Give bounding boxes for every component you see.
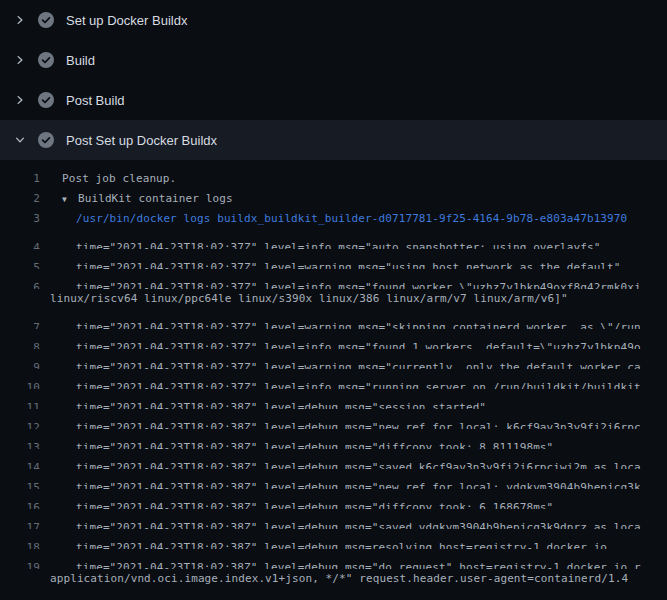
log-row: 10 time="2021-04-23T18:02:37Z" level=inf… [0, 369, 667, 389]
line-number[interactable]: 1 [0, 169, 40, 189]
line-number[interactable]: 14 [0, 458, 40, 469]
step-row-post-build[interactable]: Post Build [0, 80, 667, 120]
chevron-right-icon[interactable] [12, 12, 28, 28]
log-text: time="2021-04-23T18:02:37Z" level=info m… [76, 338, 641, 349]
check-circle-icon [38, 12, 54, 28]
log-text: Post job cleanup. [62, 169, 176, 189]
line-number[interactable]: 19 [0, 558, 40, 569]
line-number[interactable]: 6 [0, 278, 40, 289]
log-text: time="2021-04-23T18:02:38Z" level=debug … [76, 438, 553, 449]
log-row: 13 time="2021-04-23T18:02:38Z" level=deb… [0, 429, 667, 449]
log-row: 11 time="2021-04-23T18:02:38Z" level=deb… [0, 389, 667, 409]
log-command-text: /usr/bin/docker logs buildx_buildkit_bui… [76, 209, 627, 229]
log-text: application/vnd.oci.image.index.v1+json,… [50, 569, 628, 589]
log-text: time="2021-04-23T18:02:38Z" level=debug … [76, 458, 641, 469]
line-number[interactable]: 10 [0, 378, 40, 389]
log-row: 12 time="2021-04-23T18:02:38Z" level=deb… [0, 409, 667, 429]
log-group-collapse-icon[interactable]: ▼ [62, 190, 78, 209]
log-row: 1 Post job cleanup. [0, 169, 667, 189]
log-row: 20 time="2021-04-23T18:02:38Z" level=deb… [0, 589, 667, 600]
line-number[interactable]: 17 [0, 518, 40, 529]
line-number[interactable]: 16 [0, 498, 40, 509]
step-label: Post Set up Docker Buildx [66, 133, 217, 148]
line-number[interactable] [0, 569, 40, 589]
step-label: Post Build [66, 93, 125, 108]
chevron-down-icon[interactable] [12, 132, 28, 148]
line-number[interactable]: 5 [0, 258, 40, 269]
log-row: 16 time="2021-04-23T18:02:38Z" level=deb… [0, 489, 667, 509]
step-label: Build [66, 53, 95, 68]
log-row: 2 ▼BuildKit container logs [0, 189, 667, 209]
line-number[interactable]: 2 [0, 189, 40, 209]
line-number[interactable]: 4 [0, 238, 40, 249]
line-number[interactable]: 9 [0, 358, 40, 369]
check-circle-icon [38, 132, 54, 148]
step-row-build[interactable]: Build [0, 40, 667, 80]
step-row-post-set-up-docker-buildx[interactable]: Post Set up Docker Buildx [0, 120, 667, 160]
log-row: 6 time="2021-04-23T18:02:37Z" level=info… [0, 269, 667, 289]
log-text: time="2021-04-23T18:02:38Z" level=debug … [76, 538, 607, 549]
line-number[interactable]: 8 [0, 338, 40, 349]
line-number[interactable]: 7 [0, 318, 40, 329]
log-text: time="2021-04-23T18:02:38Z" level=debug … [76, 558, 641, 569]
line-number[interactable]: 3 [0, 209, 40, 229]
log-text: time="2021-04-23T18:02:37Z" level=info m… [76, 378, 641, 389]
line-number[interactable]: 12 [0, 418, 40, 429]
log-row: 17 time="2021-04-23T18:02:38Z" level=deb… [0, 509, 667, 529]
log-row: 3 /usr/bin/docker logs buildx_buildkit_b… [0, 209, 667, 229]
log-row: 19 time="2021-04-23T18:02:38Z" level=deb… [0, 549, 667, 569]
step-label: Set up Docker Buildx [66, 13, 187, 28]
check-circle-icon [38, 92, 54, 108]
log-row: 15 time="2021-04-23T18:02:38Z" level=deb… [0, 469, 667, 489]
log-row: 18 time="2021-04-23T18:02:38Z" level=deb… [0, 529, 667, 549]
log-text: ▼BuildKit container logs [62, 189, 233, 209]
line-number[interactable]: 18 [0, 538, 40, 549]
chevron-right-icon[interactable] [12, 52, 28, 68]
log-text: time="2021-04-23T18:02:38Z" level=debug … [76, 478, 641, 489]
log-row: 8 time="2021-04-23T18:02:37Z" level=info… [0, 329, 667, 349]
log-text: time="2021-04-23T18:02:37Z" level=info m… [76, 238, 600, 249]
log-text: time="2021-04-23T18:02:37Z" level=warnin… [76, 358, 641, 369]
workflow-steps-list: Set up Docker Buildx Build Post Build Po… [0, 0, 667, 160]
log-viewer: 1 Post job cleanup. 2 ▼BuildKit containe… [0, 160, 667, 600]
log-row: 4 time="2021-04-23T18:02:37Z" level=info… [0, 229, 667, 249]
log-row: 14 time="2021-04-23T18:02:38Z" level=deb… [0, 449, 667, 469]
log-text: time="2021-04-23T18:02:38Z" level=debug … [76, 518, 641, 529]
log-text: time="2021-04-23T18:02:38Z" level=debug … [76, 418, 641, 429]
line-number[interactable] [0, 289, 40, 309]
log-row: linux/riscv64 linux/ppc64le linux/s390x … [0, 289, 667, 309]
log-text: time="2021-04-23T18:02:38Z" level=debug … [76, 398, 486, 409]
line-number[interactable]: 15 [0, 478, 40, 489]
log-row: application/vnd.oci.image.index.v1+json,… [0, 569, 667, 589]
log-row: 9 time="2021-04-23T18:02:37Z" level=warn… [0, 349, 667, 369]
log-row: 5 time="2021-04-23T18:02:37Z" level=warn… [0, 249, 667, 269]
log-text: time="2021-04-23T18:02:38Z" level=debug … [76, 498, 553, 509]
chevron-right-icon[interactable] [12, 92, 28, 108]
line-number[interactable]: 11 [0, 398, 40, 409]
log-row: 7 time="2021-04-23T18:02:37Z" level=warn… [0, 309, 667, 329]
log-text: time="2021-04-23T18:02:37Z" level=warnin… [76, 318, 641, 329]
check-circle-icon [38, 52, 54, 68]
log-text: time="2021-04-23T18:02:37Z" level=warnin… [76, 258, 621, 269]
log-group-label: BuildKit container logs [78, 192, 233, 205]
log-text: linux/riscv64 linux/ppc64le linux/s390x … [50, 289, 568, 309]
log-text: time="2021-04-23T18:02:37Z" level=info m… [76, 278, 641, 289]
step-row-set-up-docker-buildx[interactable]: Set up Docker Buildx [0, 0, 667, 40]
line-number[interactable]: 13 [0, 438, 40, 449]
